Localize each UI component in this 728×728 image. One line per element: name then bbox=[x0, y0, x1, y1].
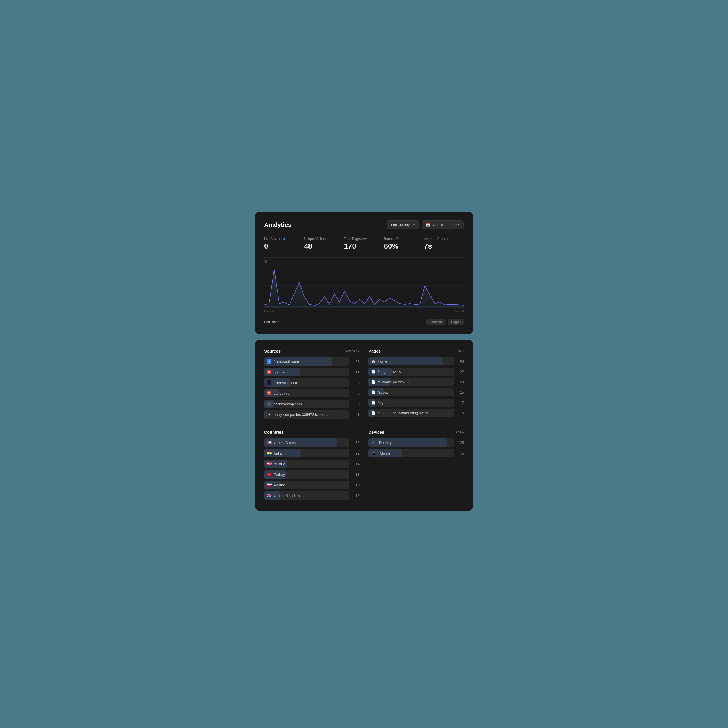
page-icon: 📄 bbox=[371, 380, 375, 384]
date-range-selector[interactable]: Last 30 days ▾ bbox=[387, 220, 419, 229]
chart-x-end: Jan 14 bbox=[455, 310, 464, 313]
country-flag: 🇦🇹 bbox=[267, 462, 272, 466]
country-value: 14 bbox=[353, 462, 360, 466]
sources-list: F framerauth.com 23 G google.com 11 f fr… bbox=[264, 357, 360, 419]
list-item: f framerlists.com 8 bbox=[264, 378, 360, 387]
list-item: F framerauth.com 23 bbox=[264, 357, 360, 366]
list-item: 📄 /e-books-preview ⬡ 20 bbox=[368, 378, 464, 386]
country-row-bar: 🇬🇧 United Kingdom bbox=[264, 491, 349, 500]
country-name: Poland bbox=[274, 483, 285, 487]
pages-filter-label: All bbox=[458, 349, 461, 353]
page-name: /blogs-preview/mastering-swiss-design bbox=[378, 411, 434, 415]
favicon-icon: F bbox=[267, 359, 271, 364]
device-name: Desktop bbox=[379, 440, 392, 445]
top-analytics-panel: Analytics Last 30 days ▾ 📅 Dec 15 — Jan … bbox=[255, 211, 473, 334]
country-name: India bbox=[274, 451, 282, 456]
calendar-date-button[interactable]: 📅 Dec 15 — Jan 14 bbox=[422, 220, 464, 229]
total-pageviews-value: 170 bbox=[344, 242, 384, 251]
devices-title: Devices bbox=[368, 430, 385, 434]
favicon-icon: Y bbox=[267, 391, 271, 396]
page-icon: 🏠 bbox=[371, 359, 375, 364]
pages-tab-button[interactable]: Pages bbox=[448, 318, 464, 325]
analytics-header: Analytics Last 30 days ▾ 📅 Dec 15 — Jan … bbox=[264, 220, 464, 229]
unique-visitors-stat: Unique Visitors 48 bbox=[304, 237, 344, 251]
country-name: Turkey bbox=[274, 473, 285, 477]
chevron-down-icon: ▾ bbox=[462, 349, 464, 353]
list-item: 🇬🇧 United Kingdom 10 bbox=[264, 491, 360, 500]
source-name: google.com bbox=[274, 370, 292, 374]
sources-filter-label: Referrer bbox=[345, 349, 357, 353]
source-row-bar: b bulky-companies-385472.framer.app bbox=[264, 410, 349, 419]
unique-visitors-label: Unique Visitors bbox=[304, 237, 344, 241]
country-value: 50 bbox=[353, 440, 360, 445]
sources-section: Sources Referrer ▾ F framerauth.com 23 G… bbox=[264, 349, 360, 421]
page-name: /about bbox=[378, 390, 388, 395]
device-icon: 🖥 bbox=[371, 440, 375, 445]
avg-session-label: Average Session bbox=[424, 237, 464, 241]
list-item: i itsonlyanoop.com 3 bbox=[264, 400, 360, 408]
page-value: 22 bbox=[457, 370, 464, 374]
country-name: United States bbox=[274, 440, 296, 445]
referrer-tab-button[interactable]: Referrer bbox=[426, 318, 446, 325]
page-value: 68 bbox=[457, 359, 464, 364]
countries-title: Countries bbox=[264, 430, 284, 434]
country-flag: 🇵🇱 bbox=[267, 483, 272, 487]
bottom-tabs-hint: Sources Referrer Pages bbox=[264, 318, 464, 325]
page-value: 7 bbox=[457, 401, 464, 405]
sources-filter[interactable]: Referrer ▾ bbox=[345, 349, 360, 353]
page-row-bar: 📄 /e-books-preview ⬡ bbox=[368, 378, 454, 386]
pages-list: 🏠 Home 68 📄 /blogs-preview 22 📄 /e-books… bbox=[368, 357, 464, 417]
country-flag: 🇬🇧 bbox=[267, 493, 272, 498]
bounce-rate-label: Bounce Rate bbox=[384, 237, 424, 241]
sources-header: Sources Referrer ▾ bbox=[264, 349, 360, 353]
source-row-bar: G google.com bbox=[264, 368, 349, 376]
source-name: framerauth.com bbox=[274, 359, 299, 364]
source-row-bar: Y yandex.ru bbox=[264, 389, 349, 398]
country-row-bar: 🇵🇱 Poland bbox=[264, 481, 349, 489]
favicon-icon: i bbox=[267, 402, 271, 406]
source-name: bulky-companies-385472.framer.app bbox=[274, 413, 333, 417]
chart-x-start: Dec 15 bbox=[264, 310, 274, 313]
country-row-bar: 🇮🇳 India bbox=[264, 449, 349, 457]
list-item: 📱 Mobile 45 bbox=[368, 449, 464, 457]
source-value: 11 bbox=[353, 370, 360, 374]
countries-section: Countries 🇺🇸 United States 50 🇮🇳 India 2… bbox=[264, 430, 360, 502]
page-row-bar: 📄 /blogs-preview/mastering-swiss-design bbox=[368, 409, 454, 417]
devices-filter-label: Type bbox=[454, 430, 461, 434]
live-visitors-stat: Live Visitors 0 bbox=[264, 237, 304, 251]
live-indicator-dot bbox=[284, 238, 285, 240]
list-item: 📄 /sign-up 7 bbox=[368, 399, 464, 407]
line-chart-svg bbox=[264, 263, 464, 308]
list-item: 📄 /blogs-preview 22 bbox=[368, 368, 464, 376]
devices-filter[interactable]: Type ▾ bbox=[454, 430, 464, 434]
chart-y-max: 39 bbox=[264, 260, 268, 263]
chevron-down-icon: ▾ bbox=[413, 223, 415, 226]
calendar-date-range: Dec 15 — Jan 14 bbox=[432, 223, 460, 227]
devices-section: Devices Type ▾ 🖥 Desktop 125 📱 Mobile 45 bbox=[368, 430, 464, 502]
stats-row: Live Visitors 0 Unique Visitors 48 Total… bbox=[264, 237, 464, 251]
list-item: b bulky-companies-385472.framer.app 1 bbox=[264, 410, 360, 419]
source-name: yandex.ru bbox=[274, 391, 290, 396]
device-value: 45 bbox=[457, 451, 464, 456]
pages-filter[interactable]: All ▾ bbox=[458, 349, 464, 353]
page-row-bar: 🏠 Home bbox=[368, 357, 454, 366]
list-item: 🖥 Desktop 125 bbox=[368, 438, 464, 447]
country-flag: 🇺🇸 bbox=[267, 440, 272, 445]
countries-list: 🇺🇸 United States 50 🇮🇳 India 22 🇦🇹 Austr… bbox=[264, 438, 360, 500]
list-item: 🏠 Home 68 bbox=[368, 357, 464, 366]
source-value: 3 bbox=[353, 402, 360, 406]
country-value: 22 bbox=[353, 451, 360, 456]
countries-header: Countries bbox=[264, 430, 360, 434]
country-value: 13 bbox=[353, 473, 360, 477]
live-visitors-value: 0 bbox=[264, 242, 304, 251]
country-value: 10 bbox=[353, 483, 360, 487]
favicon-icon: G bbox=[267, 370, 271, 374]
total-pageviews-stat: Total Pageviews 170 bbox=[344, 237, 384, 251]
source-value: 1 bbox=[353, 413, 360, 417]
device-row-bar: 🖥 Desktop bbox=[368, 438, 454, 447]
favicon-icon: f bbox=[267, 381, 271, 385]
device-name: Mobile bbox=[380, 451, 391, 456]
page-value: 6 bbox=[457, 411, 464, 415]
source-name: framerlists.com bbox=[274, 381, 298, 385]
source-row-bar: F framerauth.com bbox=[264, 357, 349, 366]
